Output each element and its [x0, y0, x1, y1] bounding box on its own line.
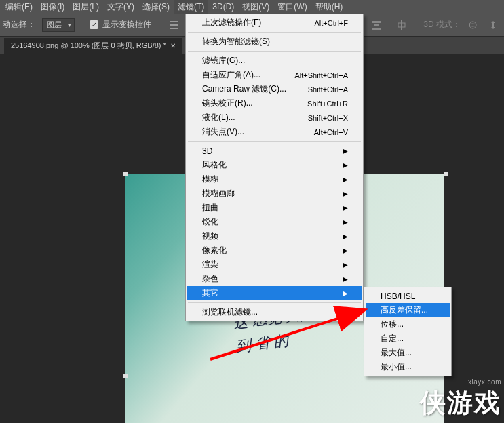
submenu-arrow-icon: ▶	[343, 190, 348, 197]
menu-image[interactable]: 图像(I)	[37, 0, 69, 14]
menu-window[interactable]: 窗口(W)	[273, 0, 311, 14]
orbit-3d-icon[interactable]	[465, 18, 481, 33]
align-icon[interactable]	[166, 18, 182, 33]
menu-browse-online[interactable]: 浏览联机滤镜...	[187, 305, 362, 319]
menu-video[interactable]: 视频▶	[187, 229, 362, 243]
submenu-hsb-hsl[interactable]: HSB/HSL	[366, 289, 450, 303]
svg-rect-6	[372, 21, 381, 23]
svg-rect-1	[170, 24, 178, 26]
pan-3d-icon[interactable]	[485, 18, 501, 33]
menu-last-filter-label: 上次滤镜操作(F)	[202, 17, 261, 28]
menu-distort[interactable]: 扭曲▶	[187, 201, 362, 215]
menu-filter-gallery[interactable]: 滤镜库(G)...	[187, 54, 362, 68]
submenu-arrow-icon: ▶	[343, 261, 348, 268]
svg-rect-7	[374, 24, 379, 26]
menu-liquify[interactable]: 液化(L)...Shift+Ctrl+X	[187, 110, 362, 125]
submenu-minimum[interactable]: 最小值...	[366, 360, 450, 374]
submenu-arrow-icon: ▶	[343, 275, 348, 283]
watermark-url: xiayx.com	[420, 378, 501, 386]
transform-handle-tl[interactable]	[123, 172, 128, 176]
menu-type[interactable]: 文字(Y)	[103, 0, 138, 14]
show-transform-label: 显示变换控件	[102, 19, 151, 31]
menu-sharpen[interactable]: 锐化▶	[187, 215, 362, 229]
menu-adaptive-wide[interactable]: 自适应广角(A)...Alt+Shift+Ctrl+A	[187, 68, 362, 82]
show-transform-checkbox[interactable]: ✓	[90, 20, 98, 29]
filter-menu: 上次滤镜操作(F) Alt+Ctrl+F 转换为智能滤镜(S) 滤镜库(G)..…	[185, 14, 364, 321]
menu-edit[interactable]: 编辑(E)	[1, 0, 37, 14]
menu-help[interactable]: 帮助(H)	[311, 0, 347, 14]
menu-stylize[interactable]: 风格化▶	[187, 158, 362, 172]
submenu-arrow-icon: ▶	[343, 161, 348, 169]
menu-blur[interactable]: 模糊▶	[187, 172, 362, 186]
submenu-custom[interactable]: 自定...	[366, 331, 450, 346]
menu-3d[interactable]: 3D(D)	[208, 1, 238, 13]
transform-handle-tr[interactable]	[444, 172, 448, 176]
menu-noise[interactable]: 杂色▶	[187, 272, 362, 286]
transform-handle-ml[interactable]	[123, 374, 128, 378]
menu-last-filter[interactable]: 上次滤镜操作(F) Alt+Ctrl+F	[187, 16, 362, 30]
menu-filter[interactable]: 滤镜(T)	[174, 0, 208, 14]
menu-convert-smart[interactable]: 转换为智能滤镜(S)	[187, 35, 362, 49]
menu-render[interactable]: 渲染▶	[187, 258, 362, 272]
align-center-icon[interactable]	[393, 18, 410, 33]
menu-view[interactable]: 视图(V)	[238, 0, 273, 14]
submenu-offset[interactable]: 位移...	[366, 317, 450, 331]
submenu-arrow-icon: ▶	[343, 218, 348, 226]
auto-select-label: 动选择：	[3, 19, 38, 31]
svg-rect-0	[170, 21, 178, 22]
menu-separator	[188, 141, 361, 142]
menu-select[interactable]: 选择(S)	[138, 0, 174, 14]
menu-camera-raw[interactable]: Camera Raw 滤镜(C)...Shift+Ctrl+A	[187, 82, 362, 96]
svg-rect-2	[170, 28, 178, 29]
menu-convert-smart-label: 转换为智能滤镜(S)	[202, 36, 270, 47]
menu-vanishing-point[interactable]: 消失点(V)...Alt+Ctrl+V	[187, 125, 362, 139]
submenu-arrow-icon: ▶	[343, 289, 348, 297]
submenu-maximum[interactable]: 最大值...	[366, 346, 450, 360]
submenu-arrow-icon: ▶	[343, 176, 348, 183]
menu-separator	[188, 32, 361, 33]
submenu-high-pass[interactable]: 高反差保留...	[366, 303, 450, 317]
menu-last-filter-shortcut: Alt+Ctrl+F	[314, 19, 348, 27]
menu-lens-correction[interactable]: 镜头校正(R)...Shift+Ctrl+R	[187, 96, 362, 110]
menu-pixelate[interactable]: 像素化▶	[187, 243, 362, 258]
submenu-arrow-icon: ▶	[343, 204, 348, 212]
menu-separator	[188, 51, 361, 52]
watermark-text: 侠游戏	[420, 386, 501, 420]
document-tab[interactable]: 25164908.png @ 100% (图层 0 拷贝, RGB/8) * ✕	[4, 38, 182, 54]
submenu-arrow-icon: ▶	[343, 147, 348, 155]
mode-3d-label: 3D 模式：	[423, 19, 461, 31]
menu-separator	[188, 302, 361, 303]
menu-blur-gallery[interactable]: 模糊画廊▶	[187, 186, 362, 201]
svg-rect-9	[401, 20, 402, 30]
svg-point-11	[469, 22, 476, 28]
watermark: xiayx.com 侠游戏	[420, 378, 501, 420]
svg-rect-8	[372, 28, 381, 30]
menu-other[interactable]: 其它▶	[187, 286, 362, 300]
menubar: 编辑(E) 图像(I) 图层(L) 文字(Y) 选择(S) 滤镜(T) 3D(D…	[0, 0, 504, 14]
other-submenu: HSB/HSL 高反差保留... 位移... 自定... 最大值... 最小值.…	[364, 287, 452, 376]
distribute-v-icon[interactable]	[368, 18, 385, 33]
svg-point-12	[469, 24, 476, 26]
menu-layer[interactable]: 图层(L)	[69, 0, 103, 14]
document-tab-title: 25164908.png @ 100% (图层 0 拷贝, RGB/8) *	[11, 41, 166, 51]
submenu-arrow-icon: ▶	[343, 247, 348, 254]
auto-select-dropdown[interactable]: 图层	[42, 18, 75, 32]
menu-3d-filters[interactable]: 3D▶	[187, 144, 362, 158]
close-tab-icon[interactable]: ✕	[170, 42, 176, 49]
submenu-arrow-icon: ▶	[343, 233, 348, 240]
